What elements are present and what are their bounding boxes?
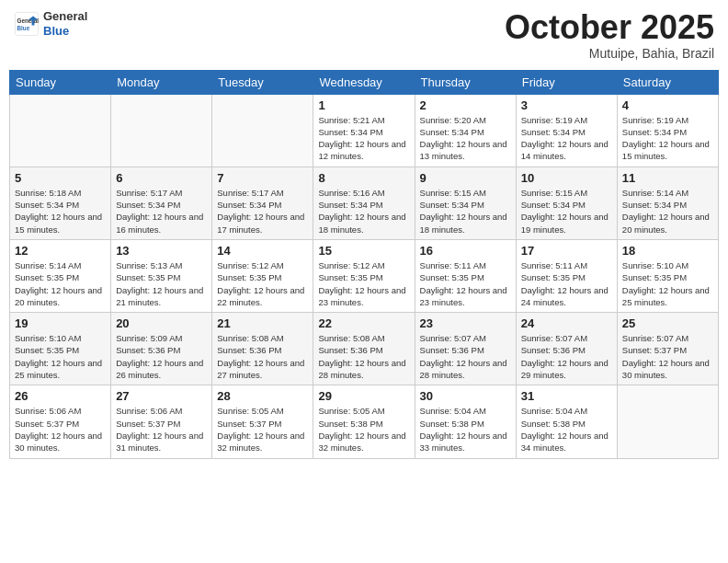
day-number: 4: [622, 98, 713, 112]
day-info: Sunrise: 5:12 AM Sunset: 5:35 PM Dayligh…: [318, 259, 409, 308]
day-info: Sunrise: 5:11 AM Sunset: 5:35 PM Dayligh…: [420, 259, 511, 308]
day-number: 30: [420, 389, 511, 403]
day-info: Sunrise: 5:15 AM Sunset: 5:34 PM Dayligh…: [521, 187, 612, 236]
day-info: Sunrise: 5:14 AM Sunset: 5:35 PM Dayligh…: [15, 259, 106, 308]
calendar-cell: [617, 385, 718, 458]
calendar-cell: 5Sunrise: 5:18 AM Sunset: 5:34 PM Daylig…: [10, 167, 111, 239]
page-header: General Blue General Blue October 2025 M…: [9, 9, 719, 61]
day-number: 13: [116, 244, 207, 258]
calendar-cell: 12Sunrise: 5:14 AM Sunset: 5:35 PM Dayli…: [10, 239, 111, 312]
day-info: Sunrise: 5:14 AM Sunset: 5:34 PM Dayligh…: [622, 187, 713, 236]
day-info: Sunrise: 5:08 AM Sunset: 5:36 PM Dayligh…: [318, 332, 409, 381]
calendar-week-2: 5Sunrise: 5:18 AM Sunset: 5:34 PM Daylig…: [10, 167, 719, 239]
calendar-cell: 22Sunrise: 5:08 AM Sunset: 5:36 PM Dayli…: [313, 313, 415, 385]
day-number: 11: [622, 171, 713, 185]
day-number: 2: [420, 98, 511, 112]
day-info: Sunrise: 5:20 AM Sunset: 5:34 PM Dayligh…: [420, 114, 511, 163]
calendar-cell: 21Sunrise: 5:08 AM Sunset: 5:36 PM Dayli…: [212, 313, 313, 385]
day-info: Sunrise: 5:07 AM Sunset: 5:37 PM Dayligh…: [622, 332, 713, 381]
day-number: 31: [521, 389, 612, 403]
calendar-cell: 17Sunrise: 5:11 AM Sunset: 5:35 PM Dayli…: [516, 239, 617, 312]
calendar-cell: 11Sunrise: 5:14 AM Sunset: 5:34 PM Dayli…: [617, 167, 718, 239]
day-number: 1: [318, 98, 409, 112]
calendar-cell: 18Sunrise: 5:10 AM Sunset: 5:35 PM Dayli…: [617, 239, 718, 312]
calendar-cell: 1Sunrise: 5:21 AM Sunset: 5:34 PM Daylig…: [313, 94, 415, 167]
day-info: Sunrise: 5:08 AM Sunset: 5:36 PM Dayligh…: [217, 332, 308, 381]
day-info: Sunrise: 5:07 AM Sunset: 5:36 PM Dayligh…: [420, 332, 511, 381]
day-info: Sunrise: 5:15 AM Sunset: 5:34 PM Dayligh…: [420, 187, 511, 236]
day-info: Sunrise: 5:07 AM Sunset: 5:36 PM Dayligh…: [521, 332, 612, 381]
calendar-week-4: 19Sunrise: 5:10 AM Sunset: 5:35 PM Dayli…: [10, 313, 719, 385]
day-number: 8: [318, 171, 409, 185]
day-number: 24: [521, 316, 612, 330]
calendar-cell: 25Sunrise: 5:07 AM Sunset: 5:37 PM Dayli…: [617, 313, 718, 385]
day-number: 6: [116, 171, 207, 185]
calendar-cell: 16Sunrise: 5:11 AM Sunset: 5:35 PM Dayli…: [415, 239, 516, 312]
calendar-cell: 8Sunrise: 5:16 AM Sunset: 5:34 PM Daylig…: [313, 167, 415, 239]
calendar-cell: 27Sunrise: 5:06 AM Sunset: 5:37 PM Dayli…: [111, 385, 212, 458]
day-number: 7: [217, 171, 308, 185]
calendar-cell: 3Sunrise: 5:19 AM Sunset: 5:34 PM Daylig…: [516, 94, 617, 167]
location: Mutuipe, Bahia, Brazil: [505, 46, 714, 61]
day-number: 18: [622, 244, 713, 258]
calendar-cell: [10, 94, 111, 167]
day-number: 29: [318, 389, 409, 403]
day-number: 28: [217, 389, 308, 403]
logo: General Blue General Blue: [14, 9, 87, 38]
day-number: 17: [521, 244, 612, 258]
day-info: Sunrise: 5:21 AM Sunset: 5:34 PM Dayligh…: [318, 114, 409, 163]
calendar-cell: 15Sunrise: 5:12 AM Sunset: 5:35 PM Dayli…: [313, 239, 415, 312]
calendar-cell: 14Sunrise: 5:12 AM Sunset: 5:35 PM Dayli…: [212, 239, 313, 312]
calendar-cell: 13Sunrise: 5:13 AM Sunset: 5:35 PM Dayli…: [111, 239, 212, 312]
calendar-cell: 4Sunrise: 5:19 AM Sunset: 5:34 PM Daylig…: [617, 94, 718, 167]
weekday-header-sunday: Sunday: [10, 70, 111, 94]
day-info: Sunrise: 5:10 AM Sunset: 5:35 PM Dayligh…: [15, 332, 106, 381]
day-number: 27: [116, 389, 207, 403]
day-number: 14: [217, 244, 308, 258]
weekday-row: SundayMondayTuesdayWednesdayThursdayFrid…: [10, 70, 719, 94]
calendar-cell: 29Sunrise: 5:05 AM Sunset: 5:38 PM Dayli…: [313, 385, 415, 458]
day-number: 21: [217, 316, 308, 330]
logo-line1: General: [43, 9, 87, 24]
svg-rect-0: [15, 12, 38, 35]
calendar-cell: 24Sunrise: 5:07 AM Sunset: 5:36 PM Dayli…: [516, 313, 617, 385]
weekday-header-saturday: Saturday: [617, 70, 718, 94]
weekday-header-friday: Friday: [516, 70, 617, 94]
weekday-header-monday: Monday: [111, 70, 212, 94]
day-info: Sunrise: 5:04 AM Sunset: 5:38 PM Dayligh…: [521, 405, 612, 454]
calendar-cell: [212, 94, 313, 167]
logo-line2: Blue: [43, 24, 69, 38]
calendar-week-3: 12Sunrise: 5:14 AM Sunset: 5:35 PM Dayli…: [10, 239, 719, 312]
day-info: Sunrise: 5:10 AM Sunset: 5:35 PM Dayligh…: [622, 259, 713, 308]
day-number: 12: [15, 244, 106, 258]
weekday-header-wednesday: Wednesday: [313, 70, 415, 94]
weekday-header-tuesday: Tuesday: [212, 70, 313, 94]
calendar-week-5: 26Sunrise: 5:06 AM Sunset: 5:37 PM Dayli…: [10, 385, 719, 458]
calendar-cell: 30Sunrise: 5:04 AM Sunset: 5:38 PM Dayli…: [415, 385, 516, 458]
calendar-week-1: 1Sunrise: 5:21 AM Sunset: 5:34 PM Daylig…: [10, 94, 719, 167]
day-number: 10: [521, 171, 612, 185]
logo-icon: General Blue: [14, 11, 40, 37]
day-info: Sunrise: 5:05 AM Sunset: 5:38 PM Dayligh…: [318, 405, 409, 454]
calendar-cell: 19Sunrise: 5:10 AM Sunset: 5:35 PM Dayli…: [10, 313, 111, 385]
calendar-table: SundayMondayTuesdayWednesdayThursdayFrid…: [9, 70, 719, 459]
day-info: Sunrise: 5:19 AM Sunset: 5:34 PM Dayligh…: [622, 114, 713, 163]
day-info: Sunrise: 5:06 AM Sunset: 5:37 PM Dayligh…: [116, 405, 207, 454]
day-info: Sunrise: 5:06 AM Sunset: 5:37 PM Dayligh…: [15, 405, 106, 454]
logo-text: General Blue: [43, 9, 87, 38]
weekday-header-thursday: Thursday: [415, 70, 516, 94]
calendar-cell: 23Sunrise: 5:07 AM Sunset: 5:36 PM Dayli…: [415, 313, 516, 385]
calendar-cell: 26Sunrise: 5:06 AM Sunset: 5:37 PM Dayli…: [10, 385, 111, 458]
day-info: Sunrise: 5:11 AM Sunset: 5:35 PM Dayligh…: [521, 259, 612, 308]
day-number: 23: [420, 316, 511, 330]
day-info: Sunrise: 5:09 AM Sunset: 5:36 PM Dayligh…: [116, 332, 207, 381]
day-info: Sunrise: 5:13 AM Sunset: 5:35 PM Dayligh…: [116, 259, 207, 308]
day-number: 15: [318, 244, 409, 258]
day-number: 3: [521, 98, 612, 112]
day-number: 5: [15, 171, 106, 185]
day-info: Sunrise: 5:18 AM Sunset: 5:34 PM Dayligh…: [15, 187, 106, 236]
calendar-cell: 20Sunrise: 5:09 AM Sunset: 5:36 PM Dayli…: [111, 313, 212, 385]
day-number: 20: [116, 316, 207, 330]
day-info: Sunrise: 5:16 AM Sunset: 5:34 PM Dayligh…: [318, 187, 409, 236]
calendar-cell: 7Sunrise: 5:17 AM Sunset: 5:34 PM Daylig…: [212, 167, 313, 239]
